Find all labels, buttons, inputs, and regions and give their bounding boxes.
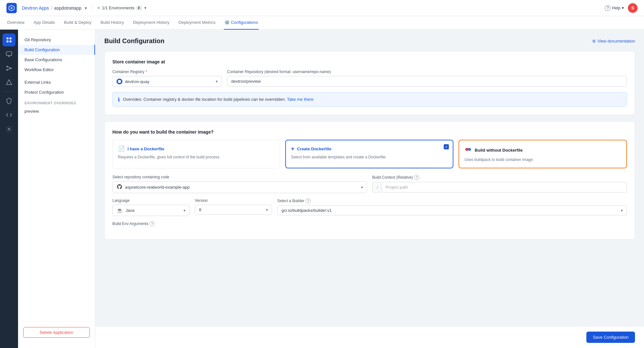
store-section-title: Store container image at <box>112 59 627 64</box>
version-dropdown-arrow: ▾ <box>266 208 268 212</box>
svg-rect-5 <box>10 41 12 42</box>
build-option-dockerfile[interactable]: 📄 I have a Dockerfile Requires a Dockerf… <box>112 140 280 168</box>
sidebar-bottom: Delete Application <box>18 322 95 343</box>
env-dropdown-icon[interactable]: ▾ <box>144 5 147 10</box>
nav-build-history[interactable]: Build History <box>100 16 125 30</box>
sidebar-item-workflow-editor[interactable]: Workflow Editor <box>18 65 95 75</box>
language-dropdown-arrow: ▾ <box>184 208 185 213</box>
icon-sidebar-security[interactable] <box>3 94 15 107</box>
language-select[interactable]: ☕ Java ▾ <box>112 205 190 216</box>
svg-point-9 <box>7 66 8 67</box>
nav-overview[interactable]: Overview <box>6 16 25 30</box>
breadcrumb-dropdown-icon[interactable]: ▾ <box>85 5 87 11</box>
icon-sidebar-settings[interactable] <box>3 123 15 136</box>
repo-value: aspnetcore-realworld-example-app <box>125 185 358 190</box>
svg-rect-4 <box>7 41 9 42</box>
container-registry-select[interactable]: devtron-quay ▾ <box>112 76 222 87</box>
build-context-input[interactable] <box>381 182 627 193</box>
filter-icon: ≡ <box>98 5 100 10</box>
repo-selector[interactable]: aspnetcore-realworld-example-app ▾ <box>112 181 367 193</box>
svg-point-1 <box>11 7 13 9</box>
no-dockerfile-header: Build without Dockerfile <box>464 146 621 155</box>
version-value: 8 <box>199 207 263 212</box>
help-button[interactable]: ? Help ▾ <box>605 5 624 11</box>
builder-dropdown-arrow: ▾ <box>621 208 623 213</box>
sidebar-item-protect-configuration[interactable]: Protect Configuration <box>18 87 95 97</box>
secondary-nav: Overview App Details Build & Deploy Buil… <box>0 16 644 30</box>
app-logo[interactable] <box>6 3 17 13</box>
build-context-wrapper: ./ <box>372 182 627 193</box>
create-dockerfile-header: + Create Dockerfile <box>291 146 448 152</box>
version-select[interactable]: 8 ▾ <box>195 205 272 215</box>
top-bar-right: ? Help ▾ S <box>605 3 638 13</box>
icon-sidebar-apps[interactable] <box>3 48 15 61</box>
nav-deployment-history[interactable]: Deployment History <box>132 16 170 30</box>
build-section-title: How do you want to build the container i… <box>112 129 627 135</box>
sidebar-item-git-repository[interactable]: Git Repository <box>18 35 95 45</box>
sidebar-item-external-links[interactable]: External Links <box>18 77 95 87</box>
env-badge-label: F <box>137 6 142 10</box>
help-label: Help <box>612 5 620 10</box>
repo-label: Select repository containing code <box>112 175 367 179</box>
user-avatar[interactable]: S <box>628 3 638 13</box>
nav-deployment-metrics[interactable]: Deployment Metrics <box>178 16 216 30</box>
icon-sidebar-workflows[interactable] <box>3 62 15 75</box>
nav-configurations[interactable]: ⚙️ Configurations <box>224 16 259 30</box>
environment-selector[interactable]: ≡ 1/1 Environments F ▾ <box>98 5 147 10</box>
icon-sidebar-home[interactable] <box>3 33 15 46</box>
env-count-label: 1/1 Environments <box>102 5 134 10</box>
container-registry-label: Container Registry * <box>112 70 222 74</box>
configurations-gear-icon: ⚙️ <box>224 20 230 25</box>
svg-point-19 <box>467 148 470 151</box>
container-repo-label: Container Repository (desired format: us… <box>227 70 627 74</box>
version-label: Version <box>195 198 272 203</box>
icon-sidebar-code[interactable] <box>3 108 15 121</box>
language-value: Java <box>126 208 181 213</box>
svg-point-15 <box>8 128 10 130</box>
env-overrides-label: ENVIRONMENT OVERRIDES <box>18 97 95 106</box>
icon-sidebar-charts[interactable] <box>3 76 15 89</box>
dockerfile-option-desc: Requires a Dockerfile, gives full contro… <box>118 154 275 160</box>
svg-point-11 <box>10 68 11 69</box>
build-context-help-icon[interactable]: ? <box>414 175 419 180</box>
build-env-help-icon[interactable]: ? <box>149 221 155 226</box>
build-option-create-dockerfile[interactable]: + Create Dockerfile Select from availabl… <box>285 140 454 168</box>
language-label: Language <box>112 198 190 203</box>
sidebar: Git Repository Build Configuration Base … <box>18 30 95 348</box>
page-header: Build Configuration ⧉ View documentation <box>104 37 635 45</box>
build-option-no-dockerfile[interactable]: Build without Dockerfile Uses buildpack … <box>459 140 627 168</box>
breadcrumb-current-app: aspdotnetapp <box>54 5 81 11</box>
svg-point-10 <box>7 69 8 70</box>
page-title: Build Configuration <box>104 37 165 45</box>
breadcrumb-app-link[interactable]: Devtron Apps <box>22 5 49 11</box>
builder-help-icon[interactable]: ? <box>306 198 311 203</box>
sidebar-item-base-configurations[interactable]: Base Configurations <box>18 55 95 65</box>
sidebar-item-build-configuration[interactable]: Build Configuration <box>18 45 95 55</box>
builder-select[interactable]: gcr.io/buildpacks/builder:v1 ▾ <box>277 205 627 215</box>
build-env-row: Build Env Arguments ? <box>112 221 627 226</box>
svg-marker-14 <box>6 80 12 85</box>
builder-label: Select a Builder ? <box>277 198 627 203</box>
create-dockerfile-title: Create Dockerfile <box>297 146 331 151</box>
save-configuration-button[interactable]: Save Configuration <box>586 332 635 343</box>
build-options-card: How do you want to build the container i… <box>104 121 635 240</box>
nav-app-details[interactable]: App Details <box>33 16 55 30</box>
sidebar-item-preview[interactable]: preview <box>18 106 95 116</box>
svg-rect-6 <box>6 52 12 56</box>
repo-dropdown-arrow: ▾ <box>361 185 363 190</box>
view-documentation-link[interactable]: ⧉ View documentation <box>592 39 635 44</box>
create-dockerfile-desc: Select from available templates and crea… <box>291 154 448 160</box>
breadcrumb: Devtron Apps / aspdotnetapp ▾ <box>22 5 87 11</box>
doc-icon: ⧉ <box>592 39 595 44</box>
container-registry-value: devtron-quay <box>125 79 213 84</box>
top-bar-divider <box>92 4 92 12</box>
container-repo-input[interactable] <box>227 76 627 87</box>
info-icon: ℹ <box>118 97 120 103</box>
create-dockerfile-icon: + <box>291 146 295 152</box>
nav-build-deploy[interactable]: Build & Deploy <box>63 16 92 30</box>
delete-application-button[interactable]: Delete Application <box>23 327 90 338</box>
take-me-there-link[interactable]: Take me there <box>287 97 313 102</box>
build-configuration-card: Store container image at Container Regis… <box>104 51 635 115</box>
repo-build-context-row: Select repository containing code aspnet… <box>112 175 627 193</box>
build-options-row: 📄 I have a Dockerfile Requires a Dockerf… <box>112 140 627 168</box>
